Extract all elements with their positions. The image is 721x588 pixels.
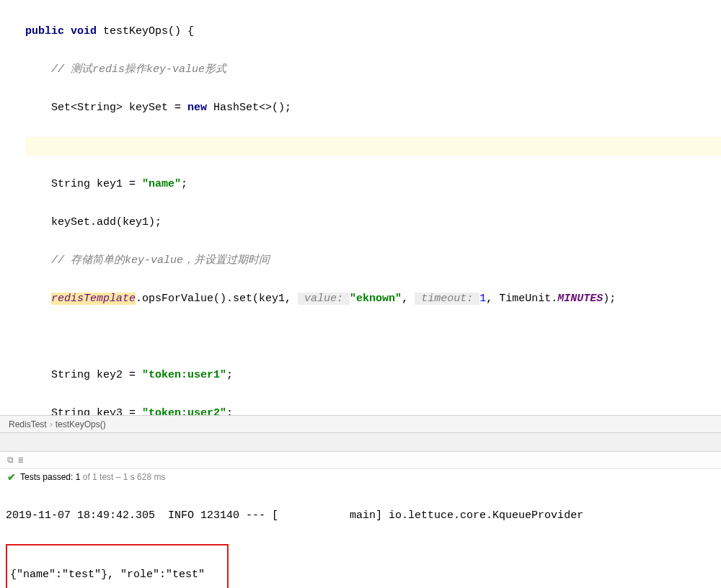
string-literal: "token:user2" <box>142 407 226 416</box>
filter-icon[interactable]: ≣ <box>18 455 23 466</box>
code-text: () { <box>168 25 194 37</box>
code-text: keySet.add(key1); <box>51 216 162 228</box>
number-literal: 1 <box>479 293 486 305</box>
keyword-public: public <box>25 25 64 37</box>
code-text: HashSet<>(); <box>207 102 291 114</box>
comment: // 存储简单的key-value，并设置过期时间 <box>51 254 270 267</box>
code-text: String key1 = <box>51 178 142 190</box>
param-hint-timeout: timeout: <box>415 293 479 305</box>
layout-icon[interactable]: ⧉ <box>7 455 14 466</box>
breadcrumb-separator: › <box>50 419 53 429</box>
run-toolbar[interactable]: ⧉ ≣ <box>0 452 721 469</box>
code-editor[interactable]: public void testKeyOps() { // 测试redis操作k… <box>0 0 721 415</box>
breadcrumb-method[interactable]: testKeyOps() <box>56 419 106 429</box>
keyword-new: new <box>187 102 207 114</box>
check-icon: ✔ <box>7 471 16 483</box>
output-highlight-box: {"name":"test"}, "role":"test" {"name":"… <box>6 544 229 588</box>
code-text: ; <box>226 369 233 381</box>
breadcrumb[interactable]: RedisTest › testKeyOps() <box>0 415 721 433</box>
keyword-void: void <box>71 25 97 37</box>
console-output-line: {"name":"test"}, "role":"test" <box>10 566 224 584</box>
code-text: , <box>402 293 415 305</box>
cursor-line[interactable] <box>25 137 721 156</box>
code-text: ; <box>226 407 233 416</box>
param-hint-value: value: <box>298 293 350 305</box>
field-redisTemplate: redisTemplate <box>51 293 136 305</box>
tool-window-toolbar[interactable] <box>0 433 721 452</box>
code-text: , TimeUnit. <box>486 293 557 305</box>
code-text: String key2 = <box>51 369 142 381</box>
code-text: String key3 = <box>51 407 142 416</box>
string-literal: "name" <box>142 178 181 190</box>
string-literal: "token:user1" <box>142 369 226 381</box>
console-log-line: 2019-11-07 18:49:42.305 INFO 123140 --- … <box>6 507 715 525</box>
code-text: Set<String> keySet = <box>51 102 187 114</box>
test-status-bar: ✔ Tests passed: 1 of 1 test – 1 s 628 ms <box>0 469 721 485</box>
comment: // 测试redis操作key-value形式 <box>51 63 226 76</box>
tests-passed-label: Tests passed: 1 of 1 test – 1 s 628 ms <box>20 472 165 482</box>
code-text: ); <box>603 293 616 305</box>
breadcrumb-class[interactable]: RedisTest <box>9 419 47 429</box>
code-text: ; <box>181 178 187 190</box>
string-literal: "eknown" <box>350 293 402 305</box>
enum-minutes: MINUTES <box>557 293 603 305</box>
console-output[interactable]: 2019-11-07 18:49:42.305 INFO 123140 --- … <box>0 485 721 588</box>
method-name: testKeyOps <box>103 25 168 37</box>
code-text: .opsForValue().set(key1, <box>136 293 298 305</box>
